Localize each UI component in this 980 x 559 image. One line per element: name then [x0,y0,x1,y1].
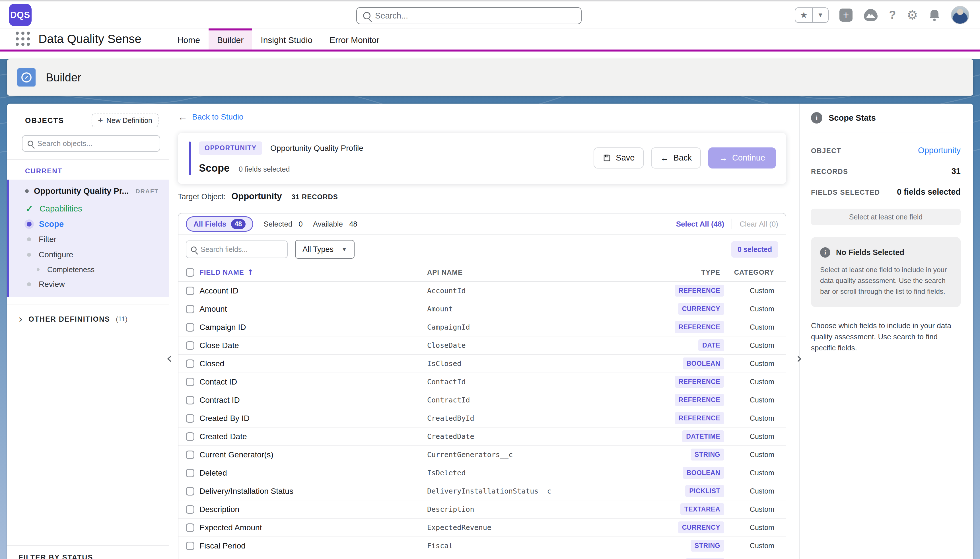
app-logo[interactable]: DQS [9,4,31,26]
row-checkbox[interactable] [186,432,194,441]
table-row[interactable]: Account ID AccountId REFERENCE Custom [178,282,786,300]
setup-gear-icon[interactable]: ⚙ [907,9,918,22]
trailhead-icon[interactable] [863,8,878,22]
step-scope[interactable]: Scope [9,220,169,228]
field-name-cell: Description [200,505,427,514]
row-checkbox[interactable] [186,305,194,313]
tab-all-fields[interactable]: All Fields 48 [186,216,253,232]
table-row[interactable]: Amount Amount CURRENCY Custom [178,300,786,318]
select-at-least-one-field-button[interactable]: Select at least one field [811,208,961,225]
type-cell: REFERENCE [675,378,724,386]
clear-all-link[interactable]: Clear All (0) [739,220,778,228]
table-row[interactable]: Delivery/Installation Status DeliveryIns… [178,482,786,500]
divider [811,132,961,133]
step-completeness[interactable]: Completeness [9,266,169,273]
search-icon [191,246,196,252]
type-cell: REFERENCE [675,414,724,422]
select-all-link[interactable]: Select All (48) [676,220,724,228]
definition-row[interactable]: Opportunity Quality Pr... DRAFT [9,187,169,196]
fields-search-input[interactable] [201,245,282,254]
nav-tab-home[interactable]: Home [169,28,209,50]
table-row[interactable]: Created Date CreatedDate DATETIME Custom [178,427,786,446]
type-badge: DATETIME [682,430,724,442]
collapse-stats-icon[interactable]: › [794,349,804,367]
row-checkbox[interactable] [186,287,194,295]
row-checkbox[interactable] [186,359,194,368]
global-search-input[interactable] [375,11,575,20]
help-icon[interactable]: ? [889,8,896,22]
global-search[interactable] [356,7,582,24]
star-icon[interactable]: ★ [795,8,812,22]
step-label: Configure [39,250,73,259]
info-icon: i [811,112,822,124]
user-avatar[interactable] [951,6,969,24]
object-stat-value-link[interactable]: Opportunity [918,146,961,155]
column-header-field-name[interactable]: FIELD NAME ↑ [200,268,427,277]
step-capabilities[interactable]: ✓ Capabilities [9,204,169,213]
step-filter[interactable]: Filter [9,235,169,244]
table-row[interactable]: Expected Amount ExpectedRevenue CURRENCY… [178,519,786,537]
table-row[interactable]: Deleted IsDeleted BOOLEAN Custom [178,464,786,482]
row-checkbox[interactable] [186,396,194,404]
row-checkbox[interactable] [186,523,194,532]
app-launcher-icon[interactable] [16,31,30,46]
new-definition-button[interactable]: + New Definition [92,114,158,127]
table-row[interactable]: Fiscal Quarter FiscalQuarter INTEGER Cus… [178,555,786,559]
other-definitions-toggle[interactable]: › OTHER DEFINITIONS (11) [18,314,169,324]
table-row[interactable]: Contact ID ContactId REFERENCE Custom [178,373,786,391]
table-row[interactable]: Fiscal Period Fiscal STRING Custom [178,537,786,555]
step-configure[interactable]: Configure [9,250,169,259]
table-row[interactable]: Created By ID CreatedById REFERENCE Cust… [178,409,786,427]
table-row[interactable]: Closed IsClosed BOOLEAN Custom [178,355,786,373]
table-row[interactable]: Close Date CloseDate DATE Custom [178,336,786,355]
fields-search[interactable] [186,240,288,258]
nav-tab-insight-studio[interactable]: Insight Studio [252,28,321,50]
category-cell: Custom [724,396,778,404]
nav-tab-error-monitor[interactable]: Error Monitor [321,28,388,50]
table-row[interactable]: Contract ID ContractId REFERENCE Custom [178,391,786,409]
stats-title: Scope Stats [828,113,876,123]
chevron-down-icon[interactable]: ▼ [812,8,828,22]
category-cell: Custom [724,359,778,368]
filter-by-status-heading: FILTER BY STATUS [18,553,169,559]
step-label: Filter [39,235,56,244]
type-filter-dropdown[interactable]: All Types ▼ [295,240,355,259]
favorites-button[interactable]: ★ ▼ [795,7,828,23]
field-name-cell: Fiscal Period [200,541,427,551]
builder-compass-icon [17,68,36,86]
row-checkbox[interactable] [186,414,194,423]
quick-create-button[interactable]: + [840,8,853,22]
objects-search-input[interactable] [37,139,155,148]
row-checkbox[interactable] [186,323,194,332]
save-button[interactable]: Save [594,147,643,169]
row-checkbox[interactable] [186,487,194,496]
row-checkbox[interactable] [186,542,194,550]
row-checkbox[interactable] [186,341,194,350]
select-all-checkbox[interactable] [186,268,194,277]
chevron-down-icon: ▼ [342,246,347,253]
row-checkbox[interactable] [186,378,194,386]
row-checkbox[interactable] [186,469,194,477]
tab-selected[interactable]: Selected 0 [264,220,303,228]
step-review[interactable]: Review [9,280,169,289]
dot-icon [27,237,31,241]
brand-divider [0,50,980,51]
type-badge: PICKLIST [685,485,724,497]
back-to-studio-link[interactable]: Back to Studio [192,112,244,122]
nav-tab-builder[interactable]: Builder [209,28,252,50]
api-name-cell: CampaignId [427,323,681,331]
table-row[interactable]: Description Description TEXTAREA Custom [178,500,786,519]
tab-available[interactable]: Available 48 [313,220,357,228]
nav-tabs: Home Builder Insight Studio Error Monito… [169,28,388,50]
category-cell: Custom [724,542,778,550]
notifications-bell-icon[interactable] [929,8,940,22]
fields-stat-value: 0 fields selected [897,187,961,197]
row-checkbox[interactable] [186,505,194,514]
row-checkbox[interactable] [186,451,194,459]
table-row[interactable]: Current Generator(s) CurrentGenerators__… [178,446,786,464]
back-button[interactable]: ← Back [651,147,701,169]
table-row[interactable]: Campaign ID CampaignId REFERENCE Custom [178,318,786,336]
objects-search[interactable] [22,135,160,152]
continue-button[interactable]: → Continue [708,147,776,169]
collapse-sidebar-icon[interactable]: ‹ [164,349,175,367]
